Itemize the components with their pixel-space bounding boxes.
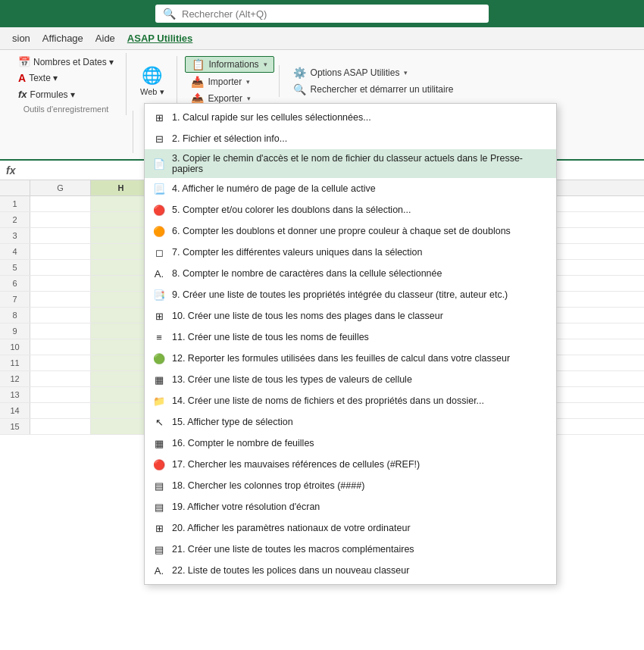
web-button[interactable]: 🌐 Web ▾ [133, 63, 171, 100]
dropdown-item-8[interactable]: A. 8. Compter le nombre de caractères da… [145, 263, 556, 284]
web-icon: 🌐 [142, 66, 162, 86]
menu-item-asap[interactable]: ASAP Utilities [121, 30, 199, 47]
cell-h8[interactable] [91, 308, 152, 323]
dropdown-item-1[interactable]: ⊞ 1. Calcul rapide sur les cellules séle… [145, 107, 556, 128]
ribbon-btn-nombres[interactable]: 📅 Nombres et Dates ▾ [14, 55, 118, 69]
dropdown-item-icon-16: ▦ [152, 436, 166, 450]
options-button[interactable]: ⚙️ Options ASAP Utilities ▾ [287, 65, 460, 80]
dropdown-item-12[interactable]: 🟢 12. Reporter les formules utilisées da… [145, 348, 556, 369]
cell-g7[interactable] [30, 292, 91, 307]
dropdown-item-text-12: 12. Reporter les formules utilisées dans… [172, 353, 549, 364]
dropdown-item-4[interactable]: 📃 4. Afficher le numéro de page de la ce… [145, 178, 556, 199]
cell-h1[interactable] [91, 196, 152, 211]
dropdown-item-20[interactable]: ⊞ 20. Afficher les paramètres nationaux … [145, 517, 556, 539]
cell-h14[interactable] [91, 403, 152, 418]
dropdown-item-icon-20: ⊞ [152, 521, 166, 535]
dropdown-item-icon-22: A. [152, 564, 166, 577]
ribbon-options-group: ⚙️ Options ASAP Utilities ▾ 🔍 Rechercher… [279, 65, 460, 97]
cell-h10[interactable] [91, 339, 152, 355]
menu-item-aide[interactable]: Aide [89, 30, 121, 47]
ribbon-group-outils: 📅 Nombres et Dates ▾ A Texte ▾ fx Formul… [6, 53, 127, 115]
row-num-13: 13 [0, 387, 30, 402]
dropdown-item-icon-3: 📄 [152, 157, 166, 170]
dropdown-item-text-21: 21. Créer une liste de toutes les macros… [172, 544, 549, 555]
dropdown-item-16[interactable]: ▦ 16. Compter le nombre de feuilles [145, 433, 556, 454]
dropdown-item-6[interactable]: 🟠 6. Compter les doublons et donner une … [145, 220, 556, 242]
col-header-g: G [30, 180, 91, 195]
ribbon-medium-group: 📋 Informations ▾ 📥 Importer ▾ 📤 Exporter… [177, 56, 274, 106]
cell-h2[interactable] [91, 212, 152, 227]
search-input[interactable] [182, 8, 481, 20]
row-num-8: 8 [0, 308, 30, 323]
informations-button[interactable]: 📋 Informations ▾ [185, 56, 274, 73]
ribbon-btn-formules[interactable]: fx Formules ▾ [14, 87, 118, 102]
cell-h5[interactable] [91, 260, 152, 275]
dropdown-item-22[interactable]: A. 22. Liste de toutes les polices dans … [145, 560, 556, 581]
ribbon-btn-formules-label: Formules ▾ [30, 89, 75, 100]
ribbon-btn-nombres-label: Nombres et Dates ▾ [33, 57, 114, 67]
importer-label: Importer [208, 77, 242, 87]
dropdown-item-text-6: 6. Compter les doublons et donner une pr… [172, 226, 549, 236]
rechercher-icon: 🔍 [293, 83, 306, 95]
dropdown-item-21[interactable]: ▤ 21. Créer une liste de toutes les macr… [145, 539, 556, 560]
cell-h12[interactable] [91, 371, 152, 386]
dropdown-item-icon-15: ↖ [152, 415, 166, 429]
row-num-2: 2 [0, 212, 30, 227]
cell-g11[interactable] [30, 355, 91, 370]
cell-g13[interactable] [30, 387, 91, 402]
ribbon-group-outils-label: Outils d'enregistrement [23, 105, 109, 114]
dropdown-item-10[interactable]: ⊞ 10. Créer une liste de tous les noms d… [145, 305, 556, 327]
cell-g2[interactable] [30, 212, 91, 227]
dropdown-item-3[interactable]: 📄 3. Copier le chemin d'accès et le nom … [145, 149, 556, 178]
dropdown-item-2[interactable]: ⊟ 2. Fichier et sélection info... [145, 128, 556, 149]
dropdown-item-9[interactable]: 📑 9. Créer une liste de toutes les propr… [145, 284, 556, 305]
cell-h13[interactable] [91, 387, 152, 402]
dropdown-item-text-7: 7. Compter les différentes valeurs uniqu… [172, 247, 549, 258]
dropdown-item-icon-8: A. [152, 267, 166, 280]
informations-arrow: ▾ [264, 61, 267, 68]
cell-g5[interactable] [30, 260, 91, 275]
dropdown-item-15[interactable]: ↖ 15. Afficher type de sélection [145, 411, 556, 433]
dropdown-item-icon-4: 📃 [152, 182, 166, 195]
cell-g15[interactable] [30, 419, 91, 434]
cell-h3[interactable] [91, 228, 152, 243]
cell-g1[interactable] [30, 196, 91, 211]
cell-h15[interactable] [91, 419, 152, 434]
menu-item-sion[interactable]: sion [6, 30, 36, 47]
cell-g8[interactable] [30, 308, 91, 323]
search-input-wrap[interactable]: 🔍 [155, 5, 489, 23]
cell-h7[interactable] [91, 292, 152, 307]
cell-g14[interactable] [30, 403, 91, 418]
cell-g6[interactable] [30, 276, 91, 291]
dropdown-item-icon-9: 📑 [152, 288, 166, 302]
ribbon-btn-texte[interactable]: A Texte ▾ [14, 70, 118, 86]
importer-button[interactable]: 📥 Importer ▾ [185, 74, 274, 89]
dropdown-item-14[interactable]: 📁 14. Créer une liste de noms de fichier… [145, 390, 556, 411]
options-label: Options ASAP Utilities [311, 67, 400, 78]
dropdown-item-18[interactable]: ▤ 18. Chercher les colonnes trop étroite… [145, 475, 556, 496]
rechercher-button[interactable]: 🔍 Rechercher et démarrer un utilitaire [287, 82, 460, 97]
cell-g9[interactable] [30, 323, 91, 339]
cell-g10[interactable] [30, 339, 91, 355]
dropdown-item-11[interactable]: ≡ 11. Créer une liste de tous les noms d… [145, 327, 556, 348]
dropdown-item-text-10: 10. Créer une liste de tous les noms des… [172, 311, 549, 321]
dropdown-item-17[interactable]: 🔴 17. Chercher les mauvaises références … [145, 454, 556, 475]
cell-g3[interactable] [30, 228, 91, 243]
menu-item-affichage[interactable]: Affichage [36, 30, 89, 47]
cell-g4[interactable] [30, 244, 91, 259]
cell-h11[interactable] [91, 355, 152, 370]
dropdown-item-5[interactable]: 🔴 5. Compter et/ou colorer les doublons … [145, 199, 556, 220]
dropdown-item-19[interactable]: ▤ 19. Afficher votre résolution d'écran [145, 496, 556, 517]
dropdown-item-7[interactable]: ◻ 7. Compter les différentes valeurs uni… [145, 242, 556, 263]
col-header-rownum [0, 180, 30, 195]
dropdown-item-text-16: 16. Compter le nombre de feuilles [172, 438, 549, 448]
dropdown-item-icon-11: ≡ [152, 330, 166, 344]
dropdown-item-icon-1: ⊞ [152, 111, 166, 124]
cell-h9[interactable] [91, 323, 152, 339]
row-num-14: 14 [0, 403, 30, 418]
ribbon-btn-texte-label: Texte ▾ [29, 73, 58, 83]
dropdown-item-13[interactable]: ▦ 13. Créer une liste de tous les types … [145, 369, 556, 390]
cell-h6[interactable] [91, 276, 152, 291]
cell-h4[interactable] [91, 244, 152, 259]
cell-g12[interactable] [30, 371, 91, 386]
